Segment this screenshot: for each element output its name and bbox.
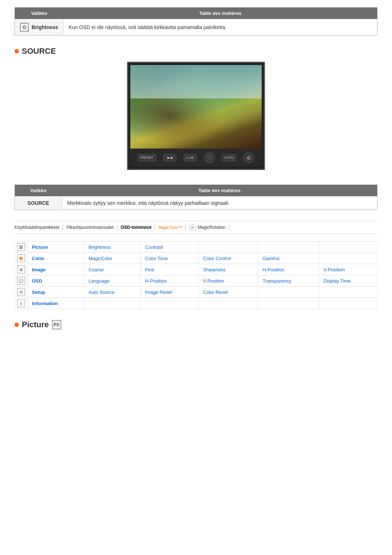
table2-col1-header: Valikko [15, 185, 62, 197]
picture-title: Picture [22, 320, 49, 329]
osd-icon-cell: ⚙ [15, 287, 28, 298]
osd-icon-cell: 💬 [15, 275, 28, 287]
nav-item-2[interactable]: Pikaohjausominaisuudet [66, 225, 114, 230]
osd-sub-4-1[interactable]: Image Reset [140, 287, 198, 298]
osd-sub-2-4[interactable]: V-Position [319, 264, 377, 275]
monitor-btn-aoe[interactable]: A.OE [184, 154, 197, 161]
osd-sub-5-4 [319, 298, 377, 309]
nav-item-5[interactable]: MagicRotation [198, 225, 226, 230]
source-section-header: SOURCE [15, 46, 377, 56]
navigation-bar: Käyttösäädinpainikkeet │ Pikaohjausomina… [15, 221, 377, 234]
nav-rotation-icon: ⟳ [189, 224, 196, 231]
picture-menu-icon: PX [52, 320, 61, 329]
osd-table-row: ℹInformation [15, 298, 377, 309]
osd-sub-1-3[interactable]: Gamma [258, 253, 319, 264]
nav-sep-3: │ [154, 225, 156, 230]
picture-section: Picture PX [15, 320, 377, 329]
nav-magic-tune[interactable]: MagicTune™ [159, 225, 182, 230]
monitor-screen [130, 65, 262, 149]
nav-sep-5: │ [228, 225, 231, 230]
osd-sub-1-2[interactable]: Color Control [199, 253, 258, 264]
osd-icon-information: ℹ [17, 299, 25, 307]
monitor-buttons-bar: PRESET ▶◀ A.OE ⬛ AUTO ⏻ [130, 149, 262, 167]
osd-sub-2-1[interactable]: Fine [140, 264, 198, 275]
osd-sub-1-0[interactable]: MagicColor [84, 253, 140, 264]
osd-sub-3-1[interactable]: H-Position [140, 275, 198, 287]
osd-sub-2-0[interactable]: Coarse [84, 264, 140, 275]
brightness-icon: ✿ [20, 23, 29, 32]
osd-sub-4-0[interactable]: Auto Source [84, 287, 140, 298]
monitor-btn-square[interactable]: ⬛ [204, 152, 215, 163]
nav-sep-4: │ [184, 225, 187, 230]
osd-icon-cell: 🖥 [15, 264, 28, 275]
osd-sub-0-0[interactable]: Brightness [84, 242, 140, 253]
osd-table-row: 🖼PictureBrightnessContrast [15, 242, 377, 253]
brightness-label: Brightness [32, 24, 58, 30]
table1-col2-header: Table des matières [64, 8, 377, 19]
monitor-frame: PRESET ▶◀ A.OE ⬛ AUTO ⏻ [127, 62, 265, 170]
source-menu-cell: SOURCE [15, 197, 62, 210]
nav-magic-tune-label: MagicTune™ [159, 225, 182, 230]
osd-table-row: ⚙SetupAuto SourceImage ResetColor Reset [15, 287, 377, 298]
osd-menu-setup[interactable]: Setup [28, 287, 84, 298]
osd-sub-5-2 [199, 298, 258, 309]
nav-item-1[interactable]: Käyttösäädinpainikkeet [15, 225, 59, 230]
osd-menu-information[interactable]: Information [28, 298, 84, 309]
osd-sub-5-3 [258, 298, 319, 309]
osd-sub-1-1[interactable]: Color Tone [140, 253, 198, 264]
osd-sub-2-3[interactable]: H-Position [258, 264, 319, 275]
osd-sub-1-4 [319, 253, 377, 264]
osd-table-row: 🎨ColorMagicColorColor ToneColor ControlG… [15, 253, 377, 264]
table2-col2-header: Table des matières [62, 185, 377, 197]
nav-item-3[interactable]: OSD-toiminnot [121, 225, 152, 230]
osd-sub-0-4 [319, 242, 377, 253]
source-menu-label: SOURCE [28, 200, 49, 206]
osd-icon-osd: 💬 [17, 277, 25, 285]
osd-icon-setup: ⚙ [17, 288, 25, 296]
picture-section-header: Picture PX [15, 320, 377, 329]
osd-table-row: 💬OSDLanguageH-PositionV-PositionTranspar… [15, 275, 377, 287]
osd-icon-cell: ℹ [15, 298, 28, 309]
osd-sub-5-0 [84, 298, 140, 309]
brightness-table: Valikko Table des matières ✿ Brightness … [15, 7, 377, 36]
osd-menu-image[interactable]: Image [28, 264, 84, 275]
source-desc-cell: Merkkivalo syttyy sen merkiksi, että näy… [62, 197, 377, 210]
nav-sep-2: │ [116, 225, 119, 230]
osd-sub-3-0[interactable]: Language [84, 275, 140, 287]
osd-sub-0-3 [258, 242, 319, 253]
osd-sub-3-3[interactable]: Transparency [258, 275, 319, 287]
source-title: SOURCE [22, 46, 56, 56]
osd-icon-image: 🖥 [17, 266, 25, 274]
osd-sub-3-2[interactable]: V-Position [199, 275, 258, 287]
picture-dot-icon [15, 323, 19, 327]
source-table-wrap: Valikko Table des matières SOURCE Merkki… [15, 185, 377, 210]
osd-table-row: 🖥ImageCoarseFineSharpnessH-PositionV-Pos… [15, 264, 377, 275]
osd-sub-3-4[interactable]: Display Time [319, 275, 377, 287]
table1-col1-header: Valikko [15, 8, 64, 19]
osd-icon-cell: 🖼 [15, 242, 28, 253]
monitor-container: PRESET ▶◀ A.OE ⬛ AUTO ⏻ [15, 62, 377, 170]
monitor-btn-nav[interactable]: ▶◀ [163, 154, 176, 161]
osd-icon-picture: 🖼 [17, 243, 25, 251]
osd-menu-osd[interactable]: OSD [28, 275, 84, 287]
osd-sub-4-3 [258, 287, 319, 298]
osd-sub-2-2[interactable]: Sharpness [199, 264, 258, 275]
osd-icon-cell: 🎨 [15, 253, 28, 264]
osd-sub-4-2[interactable]: Color Reset [199, 287, 258, 298]
osd-icon-color: 🎨 [17, 254, 25, 262]
brightness-desc-cell: Kun OSD ei ole näytössä, voit säätää kir… [64, 19, 377, 36]
osd-menu-color[interactable]: Color [28, 253, 84, 264]
osd-menu-picture[interactable]: Picture [28, 242, 84, 253]
osd-sub-0-2 [199, 242, 258, 253]
monitor-btn-auto[interactable]: AUTO [222, 154, 236, 161]
source-dot-icon [15, 49, 19, 53]
osd-sub-4-4 [319, 287, 377, 298]
source-table: Valikko Table des matières SOURCE Merkki… [15, 185, 377, 210]
monitor-btn-preset[interactable]: PRESET [138, 154, 156, 161]
osd-sub-0-1[interactable]: Contrast [140, 242, 198, 253]
nav-sep-1: │ [61, 225, 64, 230]
monitor-btn-power[interactable]: ⏻ [243, 152, 254, 163]
osd-menu-table: 🖼PictureBrightnessContrast🎨ColorMagicCol… [15, 241, 377, 309]
brightness-menu-cell: ✿ Brightness [15, 19, 64, 36]
osd-sub-5-1 [140, 298, 198, 309]
